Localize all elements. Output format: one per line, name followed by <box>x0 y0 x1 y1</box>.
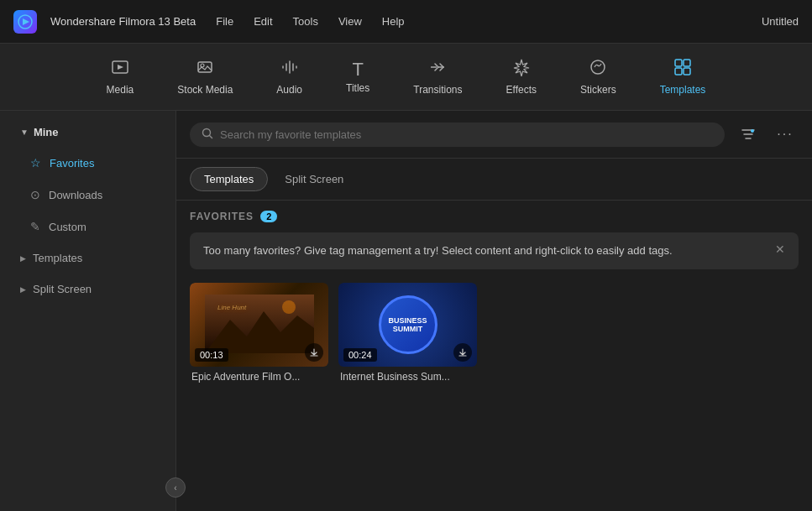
section-title: FAVORITES <box>190 211 254 222</box>
templates-expand-icon: ▶ <box>20 254 26 263</box>
favorites-count-badge: 2 <box>260 211 277 222</box>
menu-edit[interactable]: Edit <box>254 15 272 28</box>
tab-templates[interactable]: Templates <box>190 167 268 191</box>
toolbar-stickers[interactable]: Stickers <box>572 53 625 101</box>
sidebar-item-split-screen[interactable]: ▶ Split Screen <box>7 274 169 304</box>
title-bar-left: Wondershare Filmora 13 Beta File Edit To… <box>13 10 405 34</box>
toolbar-effects[interactable]: Effects <box>498 53 545 101</box>
mine-chevron-icon: ▼ <box>20 128 29 137</box>
more-options-button[interactable]: ··· <box>772 121 799 148</box>
app-logo <box>13 10 37 34</box>
svg-rect-8 <box>684 68 690 75</box>
svg-rect-2 <box>198 62 212 72</box>
collapse-icon: ‹ <box>174 483 176 493</box>
svg-rect-6 <box>684 60 690 66</box>
svg-point-3 <box>201 64 204 67</box>
sidebar-item-templates[interactable]: ▶ Templates <box>7 243 169 273</box>
effects-icon <box>512 58 531 81</box>
custom-icon: ✎ <box>30 220 40 233</box>
sidebar-item-favorites[interactable]: ☆ Favorites <box>7 148 169 178</box>
tab-bar: Templates Split Screen <box>176 159 812 201</box>
business-thumb-visual: BUSINESSSUMMIT <box>379 295 437 354</box>
main-area: ▼ Mine ☆ Favorites ⊙ Downloads ✎ Custom … <box>0 111 812 511</box>
menu-tools[interactable]: Tools <box>293 15 318 28</box>
toolbar-titles[interactable]: T Titles <box>338 55 378 99</box>
sidebar-item-custom[interactable]: ✎ Custom <box>7 211 169 242</box>
downloads-icon: ⊙ <box>30 188 40 201</box>
toolbar-media-label: Media <box>107 84 134 96</box>
stock-media-icon <box>196 58 214 81</box>
toolbar-effects-label: Effects <box>506 84 537 96</box>
custom-label: Custom <box>49 221 86 233</box>
templates-grid: Line Hunt 00:13 Epic Adventure Film O... <box>176 279 812 390</box>
tab-split-screen[interactable]: Split Screen <box>271 168 357 190</box>
content-header: ··· <box>176 111 812 159</box>
mine-label: Mine <box>34 126 59 138</box>
svg-point-10 <box>751 129 754 133</box>
toolbar-templates[interactable]: Templates <box>652 53 715 101</box>
downloads-label: Downloads <box>49 189 102 201</box>
sidebar-item-downloads[interactable]: ⊙ Downloads <box>7 180 169 210</box>
toolbar: Media Stock Media Audio T Titles <box>0 44 812 111</box>
menu-file[interactable]: File <box>216 15 233 28</box>
section-header: FAVORITES 2 <box>176 201 812 229</box>
split-screen-expand-icon: ▶ <box>20 285 26 294</box>
business-download-icon[interactable] <box>453 343 472 362</box>
app-name: Wondershare Filmora 13 Beta <box>50 15 196 28</box>
template-card-epic-adventure[interactable]: Line Hunt 00:13 Epic Adventure Film O... <box>190 283 328 387</box>
toolbar-audio-label: Audio <box>276 84 302 96</box>
epic-download-icon[interactable] <box>305 343 323 362</box>
split-screen-expand-label: Split Screen <box>33 283 92 295</box>
templates-expand-label: Templates <box>33 252 82 264</box>
template-thumb-epic-adventure: Line Hunt 00:13 <box>190 283 328 367</box>
toolbar-stock-media-label: Stock Media <box>177 84 233 96</box>
toolbar-audio[interactable]: Audio <box>268 53 311 101</box>
svg-text:Line Hunt: Line Hunt <box>217 304 247 311</box>
sidebar-collapse-button[interactable]: ‹ <box>165 477 186 498</box>
business-duration: 00:24 <box>343 348 377 362</box>
sidebar: ▼ Mine ☆ Favorites ⊙ Downloads ✎ Custom … <box>0 111 176 511</box>
toolbar-stickers-label: Stickers <box>580 84 616 96</box>
mine-section-header[interactable]: ▼ Mine <box>7 119 169 145</box>
audio-icon <box>280 58 299 81</box>
toolbar-titles-label: Titles <box>346 82 369 94</box>
epic-thumb-visual: Line Hunt <box>205 295 314 355</box>
title-bar: Wondershare Filmora 13 Beta File Edit To… <box>0 0 812 44</box>
stickers-icon <box>589 58 607 81</box>
project-name: Untitled <box>762 15 799 28</box>
info-banner: Too many favorites? Give tag management … <box>190 232 799 269</box>
transitions-icon <box>428 58 447 81</box>
template-card-internet-business[interactable]: BUSINESSSUMMIT 00:24 Internet Business S… <box>338 283 477 387</box>
info-banner-close-button[interactable]: ✕ <box>772 241 788 258</box>
menu-view[interactable]: View <box>338 15 362 28</box>
toolbar-transitions[interactable]: Transitions <box>405 53 470 101</box>
menu-bar: File Edit Tools View Help <box>216 15 404 28</box>
epic-duration: 00:13 <box>195 348 228 362</box>
info-banner-text: Too many favorites? Give tag management … <box>203 244 673 257</box>
svg-point-4 <box>591 60 605 74</box>
titles-icon: T <box>352 60 363 79</box>
media-icon <box>111 58 129 81</box>
favorites-label: Favorites <box>50 157 94 169</box>
favorites-icon: ☆ <box>30 156 41 169</box>
toolbar-media[interactable]: Media <box>98 53 143 101</box>
filter-button[interactable] <box>735 121 762 148</box>
search-icon <box>202 128 213 142</box>
epic-template-name: Epic Adventure Film O... <box>190 367 328 387</box>
toolbar-transitions-label: Transitions <box>413 84 462 96</box>
svg-rect-7 <box>675 68 682 75</box>
template-thumb-internet-business: BUSINESSSUMMIT 00:24 <box>338 283 477 367</box>
content-area: ··· Templates Split Screen FAVORITES 2 T… <box>176 111 812 511</box>
menu-help[interactable]: Help <box>382 15 405 28</box>
toolbar-templates-label: Templates <box>660 84 706 96</box>
more-icon: ··· <box>777 127 793 142</box>
search-bar[interactable] <box>190 123 725 147</box>
business-template-name: Internet Business Sum... <box>338 367 477 387</box>
svg-rect-5 <box>675 60 682 66</box>
toolbar-stock-media[interactable]: Stock Media <box>169 53 241 101</box>
search-input[interactable] <box>220 128 713 141</box>
svg-point-13 <box>282 300 296 314</box>
templates-icon <box>673 58 692 81</box>
